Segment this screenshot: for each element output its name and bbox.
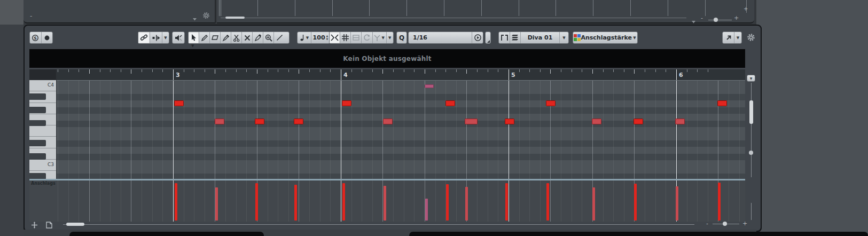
autoscroll-button[interactable]: [150, 32, 162, 43]
draw-tool-button[interactable]: [221, 32, 231, 43]
funnel-button[interactable]: ▼: [373, 32, 387, 43]
midi-note[interactable]: [505, 119, 514, 124]
info-line[interactable]: Kein Objekt ausgewählt: [29, 49, 745, 68]
vscroll-track[interactable]: [751, 83, 752, 177]
velocity-bar[interactable]: [465, 187, 468, 221]
project-zoom-in[interactable]: +: [734, 15, 739, 21]
controller-lane-combo[interactable]: Anschlagstärke: [581, 32, 631, 43]
velocity-bar[interactable]: [215, 187, 218, 221]
hzoom-in[interactable]: +: [742, 221, 747, 226]
midi-note[interactable]: [342, 100, 351, 106]
vscroll-handle[interactable]: [749, 100, 753, 124]
black-key[interactable]: [29, 107, 46, 113]
project-hscroll-handle[interactable]: [225, 17, 245, 19]
black-key[interactable]: [29, 120, 46, 126]
velocity-bar[interactable]: [384, 186, 386, 221]
object-selection-tool-button[interactable]: [189, 32, 199, 43]
velocity-bar[interactable]: [294, 185, 297, 221]
tool-options-caret-icon[interactable]: ▼: [191, 44, 194, 48]
open-editor-caret[interactable]: ▼: [734, 32, 741, 43]
midi-note[interactable]: [425, 84, 434, 88]
note-display-grid[interactable]: [56, 80, 745, 180]
midi-note[interactable]: [675, 119, 685, 124]
white-key[interactable]: [29, 125, 56, 137]
note-length-value-field[interactable]: 100 ▲▼: [311, 32, 330, 43]
vzoom-handle[interactable]: [749, 151, 753, 155]
velocity-bar[interactable]: [175, 183, 177, 221]
mute-tool-button[interactable]: [242, 32, 253, 43]
controller-menu-caret[interactable]: ▼: [387, 32, 393, 43]
velocity-bar[interactable]: [255, 183, 258, 221]
hzoom-out[interactable]: -: [706, 221, 708, 226]
black-key[interactable]: [29, 153, 46, 159]
eraser-tool-button[interactable]: [210, 32, 221, 43]
hscroll-handle[interactable]: [66, 223, 84, 226]
velocity-lane[interactable]: Anschlags: [29, 180, 745, 222]
track-collapse-label[interactable]: -: [30, 13, 32, 19]
ruler-tick: [131, 69, 131, 74]
midi-note[interactable]: [717, 100, 727, 106]
midi-note[interactable]: [445, 100, 455, 106]
project-zoom-handle[interactable]: [714, 18, 718, 22]
velocity-vscroll-track[interactable]: [751, 203, 752, 220]
glue-tool-button[interactable]: [253, 32, 263, 43]
midi-note[interactable]: [383, 119, 393, 124]
velocity-bar[interactable]: [718, 183, 721, 221]
velocity-bar[interactable]: [634, 184, 637, 221]
midi-note[interactable]: [255, 119, 264, 124]
velocity-bar[interactable]: [342, 183, 345, 221]
midi-note[interactable]: [634, 119, 643, 124]
gear-icon[interactable]: [202, 11, 210, 21]
black-key[interactable]: [29, 140, 46, 146]
midi-note[interactable]: [215, 119, 224, 124]
quantize-button[interactable]: Q: [397, 32, 406, 43]
velocity-bar[interactable]: [425, 199, 428, 221]
project-zoom-track[interactable]: [708, 20, 732, 20]
timeline-ruler[interactable]: 3456: [56, 69, 745, 80]
velocity-bar[interactable]: [676, 186, 678, 221]
velocity-bar[interactable]: [446, 184, 449, 221]
edit-active-part-only-button[interactable]: [510, 32, 521, 43]
toolbar-setup-gear-icon[interactable]: [747, 33, 755, 44]
hscroll-track[interactable]: [63, 224, 694, 225]
acoustic-feedback-button[interactable]: [173, 32, 184, 43]
part-combo-caret[interactable]: ▼: [560, 32, 568, 43]
open-in-window-button[interactable]: [723, 32, 734, 43]
layers-flat-button[interactable]: [351, 32, 362, 43]
grid-button[interactable]: [340, 32, 351, 43]
insert-length-button[interactable]: ▼: [298, 32, 311, 43]
black-key[interactable]: [29, 93, 46, 99]
scissors-tool-button[interactable]: [231, 32, 242, 43]
project-corner-plus[interactable]: +: [744, 6, 748, 12]
controller-lane-caret[interactable]: ▼: [632, 32, 637, 43]
velocity-bar[interactable]: [505, 183, 508, 221]
chevron-down-icon[interactable]: [192, 13, 197, 23]
midi-note[interactable]: [546, 100, 556, 106]
scroll-up-button[interactable]: ▼: [747, 75, 755, 82]
hzoom-handle[interactable]: [723, 222, 727, 226]
record-in-editor-button[interactable]: [42, 32, 53, 43]
show-part-borders-button[interactable]: [499, 32, 510, 43]
solo-editor-button[interactable]: S: [30, 32, 42, 43]
autoscroll-options-dropdown[interactable]: ▼: [162, 32, 169, 43]
midi-note[interactable]: [465, 119, 478, 124]
rotate-button[interactable]: [362, 32, 372, 43]
midi-note[interactable]: [174, 100, 184, 106]
active-part-combo[interactable]: Diva 01: [521, 32, 560, 43]
apply-quantize-button[interactable]: [472, 32, 483, 43]
midi-note[interactable]: [294, 119, 303, 124]
midi-note[interactable]: [592, 119, 601, 124]
project-zoom-out[interactable]: -: [701, 15, 703, 21]
zoom-tool-button[interactable]: [263, 32, 274, 43]
pencil-tool-button[interactable]: [199, 32, 210, 43]
quantize-preset-combo[interactable]: 1/16: [409, 32, 472, 43]
grid-line: [477, 180, 478, 222]
inward-arrows-button[interactable]: [330, 32, 340, 43]
link-projekt-cursor-button[interactable]: [138, 32, 150, 43]
line-tool-button[interactable]: [274, 32, 285, 43]
velocity-bar[interactable]: [546, 183, 549, 221]
velocity-bar[interactable]: [592, 187, 595, 221]
open-quantize-panel-button[interactable]: [486, 32, 490, 43]
spinner-arrows-icon[interactable]: ▲▼: [326, 35, 329, 41]
project-hscroll-track[interactable]: [221, 18, 686, 18]
